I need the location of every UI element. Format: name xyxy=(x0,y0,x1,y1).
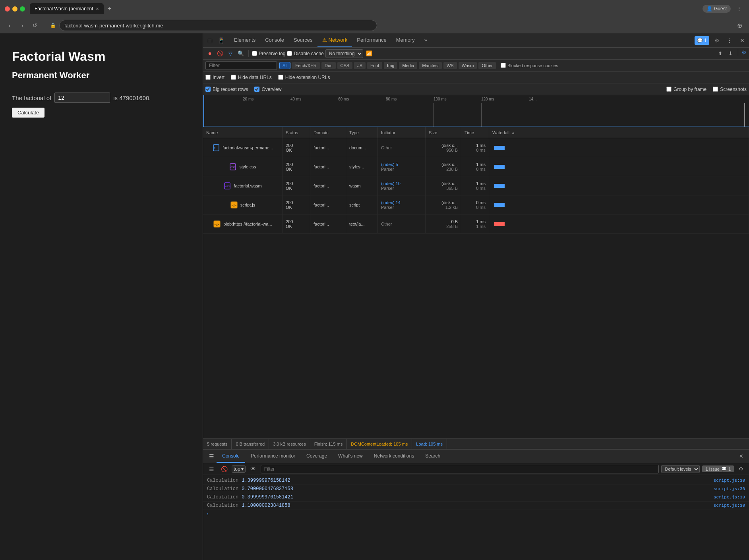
export-button[interactable]: ⬇ xyxy=(726,49,735,58)
record-button[interactable]: ⏺ xyxy=(205,49,214,58)
console-link-2[interactable]: script.js:30 xyxy=(714,495,745,500)
guest-button[interactable]: 👤 Guest xyxy=(703,5,731,13)
tab-performance[interactable]: Performance xyxy=(352,33,391,47)
console-row-1[interactable]: Calculation 0.7000000476837158 script.js… xyxy=(203,485,749,493)
console-sidebar-toggle[interactable]: ☰ xyxy=(206,451,217,462)
th-time[interactable]: Time xyxy=(461,127,489,138)
console-row-2[interactable]: Calculation 0.3999999761581421 script.js… xyxy=(203,493,749,502)
back-button[interactable]: ‹ xyxy=(5,21,14,30)
table-row[interactable]: ≡ factorial-wasm-permane... 200 OK facto… xyxy=(203,138,749,157)
console-row-3[interactable]: Calculation 1.100000023841858 script.js:… xyxy=(203,502,749,510)
tab-console[interactable]: Console xyxy=(260,33,289,47)
th-size[interactable]: Size xyxy=(426,127,461,138)
console-clear-icon[interactable]: 🚫 xyxy=(219,464,229,474)
chip-font[interactable]: Font xyxy=(367,62,382,69)
throttle-select[interactable]: No throttling xyxy=(325,49,363,58)
row-3-initiator-link[interactable]: (index):14 xyxy=(381,200,422,205)
network-settings-icon[interactable]: ⚙ xyxy=(741,49,747,58)
table-row[interactable]: CSS style.css 200 OK factori... styles..… xyxy=(203,157,749,176)
forward-button[interactable]: › xyxy=(17,21,27,30)
factorial-input[interactable] xyxy=(54,93,110,103)
console-tab-network-conditions[interactable]: Network conditions xyxy=(368,450,420,463)
th-initiator[interactable]: Initiator xyxy=(378,127,426,138)
devtools-settings-button[interactable]: ⚙ xyxy=(712,35,722,46)
screenshots-checkbox[interactable]: Screenshots xyxy=(713,87,747,92)
clear-button[interactable]: 🚫 xyxy=(216,49,225,58)
chip-other[interactable]: Other xyxy=(478,62,496,69)
chip-fetch-xhr[interactable]: Fetch/XHR xyxy=(292,62,320,69)
console-tab-console[interactable]: Console xyxy=(217,450,245,463)
issues-badge-console[interactable]: 1 Issue 💬 1 xyxy=(702,465,734,472)
chip-wasm[interactable]: Wasm xyxy=(459,62,477,69)
reload-button[interactable]: ↺ xyxy=(30,21,40,30)
chip-media[interactable]: Media xyxy=(399,62,417,69)
overview-checkbox[interactable]: Overview xyxy=(254,87,281,92)
th-status[interactable]: Status xyxy=(283,127,310,138)
wifi-icon[interactable]: 📶 xyxy=(365,49,374,58)
th-type[interactable]: Type xyxy=(346,127,378,138)
big-rows-checkbox[interactable]: Big request rows xyxy=(205,87,248,92)
hide-extension-urls-checkbox[interactable]: Hide extension URLs xyxy=(278,75,330,80)
blocked-cookies-checkbox[interactable]: Blocked response cookies xyxy=(501,63,558,68)
tab-close-icon[interactable]: ✕ xyxy=(96,7,99,11)
chip-img[interactable]: Img xyxy=(384,62,397,69)
preserve-log-checkbox[interactable]: Preserve log xyxy=(252,51,285,56)
new-tab-button[interactable]: + xyxy=(105,4,114,13)
devtools-inspect-icon[interactable]: ⬚ xyxy=(205,35,215,46)
active-tab[interactable]: Factorial Wasm (permanent ✕ xyxy=(30,3,104,14)
disable-cache-checkbox[interactable]: Disable cache xyxy=(287,51,323,56)
hide-data-urls-checkbox[interactable]: Hide data URLs xyxy=(231,75,272,80)
console-row-0[interactable]: Calculation 1.399999976158142 script.js:… xyxy=(203,477,749,485)
row-1-initiator-link[interactable]: (index):5 xyxy=(381,162,422,167)
devtools-more-button[interactable]: ⋮ xyxy=(724,35,735,46)
devtools-device-icon[interactable]: 📱 xyxy=(216,35,226,46)
filter-input[interactable] xyxy=(205,61,277,70)
search-button[interactable]: 🔍 xyxy=(236,49,245,58)
console-link-0[interactable]: script.js:30 xyxy=(714,478,745,483)
console-tab-coverage[interactable]: Coverage xyxy=(301,450,333,463)
tab-more[interactable]: » xyxy=(420,33,432,47)
chip-doc[interactable]: Doc xyxy=(321,62,336,69)
close-button[interactable] xyxy=(5,6,10,12)
import-button[interactable]: ⬆ xyxy=(716,49,724,58)
invert-checkbox[interactable]: Invert xyxy=(205,75,225,80)
context-selector[interactable]: top ▾ xyxy=(232,465,246,473)
group-by-frame-checkbox[interactable]: Group by frame xyxy=(666,87,706,92)
table-row[interactable]: </> script.js 200 OK factori... script (… xyxy=(203,195,749,214)
url-input[interactable] xyxy=(59,20,377,31)
th-domain[interactable]: Domain xyxy=(310,127,346,138)
tab-memory[interactable]: Memory xyxy=(391,33,420,47)
chip-ws[interactable]: WS xyxy=(443,62,457,69)
zoom-button[interactable]: ⊕ xyxy=(735,21,744,30)
chip-manifest[interactable]: Manifest xyxy=(419,62,442,69)
console-link-1[interactable]: script.js:30 xyxy=(714,487,745,491)
maximize-button[interactable] xyxy=(20,6,25,12)
console-expand-arrow[interactable]: › xyxy=(203,510,749,518)
log-level-select[interactable]: Default levels xyxy=(661,465,700,473)
minimize-button[interactable] xyxy=(12,6,17,12)
console-tab-perf-monitor[interactable]: Performance monitor xyxy=(245,450,301,463)
browser-menu-button[interactable]: ⋮ xyxy=(734,4,744,14)
console-sidebar-icon[interactable]: ☰ xyxy=(206,464,217,474)
filter-button[interactable]: ▽ xyxy=(226,49,235,58)
devtools-close-button[interactable]: ✕ xyxy=(737,35,747,46)
console-eye-icon[interactable]: 👁 xyxy=(248,464,258,474)
console-settings-icon[interactable]: ⚙ xyxy=(736,464,746,474)
chip-css[interactable]: CSS xyxy=(337,62,353,69)
table-row[interactable]: WASM factorial.wasm 200 OK factori... wa… xyxy=(203,176,749,195)
console-link-3[interactable]: script.js:30 xyxy=(714,503,745,508)
console-filter-input[interactable] xyxy=(261,465,659,473)
tab-sources[interactable]: Sources xyxy=(289,33,317,47)
tab-network[interactable]: ⚠ Network xyxy=(317,33,352,47)
row-2-initiator-link[interactable]: (index):10 xyxy=(381,181,422,186)
chip-all[interactable]: All xyxy=(279,62,290,69)
console-close-button[interactable]: ✕ xyxy=(736,452,746,461)
console-tab-search[interactable]: Search xyxy=(420,450,446,463)
chip-js[interactable]: JS xyxy=(354,62,366,69)
th-waterfall[interactable]: Waterfall ▲ xyxy=(489,127,749,138)
issues-badge[interactable]: 💬 1 xyxy=(695,36,709,45)
tab-elements[interactable]: Elements xyxy=(229,33,260,47)
th-name[interactable]: Name xyxy=(203,127,283,138)
console-tab-whats-new[interactable]: What's new xyxy=(333,450,368,463)
calculate-button[interactable]: Calculate xyxy=(12,108,45,118)
